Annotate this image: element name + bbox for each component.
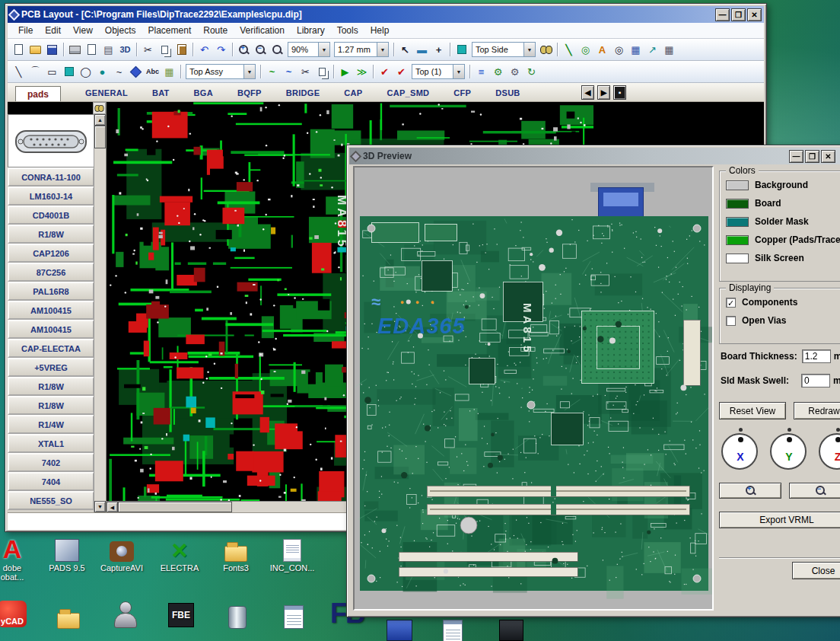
text-tool-button[interactable]: Abc: [145, 64, 161, 80]
tab-pads[interactable]: pads: [15, 86, 61, 101]
desktop-icon-fonts3[interactable]: Fonts3: [212, 533, 260, 572]
scroll-left-button[interactable]: ◀: [107, 502, 118, 512]
update-structure-button[interactable]: ⚙: [490, 64, 506, 80]
print-preview-button[interactable]: [84, 42, 100, 58]
side-combo[interactable]: Top Side▼: [472, 42, 536, 57]
view-3d-button[interactable]: 3D: [117, 42, 133, 58]
rect-tool-button[interactable]: ▭: [44, 64, 60, 80]
scroll-down-button[interactable]: ▼: [94, 501, 106, 512]
reset-view-button[interactable]: Reset View: [719, 402, 786, 419]
route-bus-button[interactable]: ~: [281, 64, 297, 80]
component-search-button[interactable]: [93, 102, 106, 114]
dial-knob[interactable]: [835, 437, 840, 442]
menu-edit[interactable]: Edit: [39, 24, 67, 37]
maximize-button[interactable]: ❐: [731, 8, 746, 21]
assembly-layer-combo[interactable]: Top Assy▼: [186, 64, 256, 79]
redo-button[interactable]: ↷: [213, 42, 229, 58]
unroute-button[interactable]: ✂: [298, 64, 313, 80]
filled-rect-tool-button[interactable]: [61, 64, 77, 80]
paste-button[interactable]: [173, 42, 189, 58]
highlight-net-button[interactable]: A: [594, 42, 610, 58]
sync-button[interactable]: ⚙: [507, 64, 523, 80]
refresh-button[interactable]: ↻: [523, 64, 539, 80]
title-bar[interactable]: 3D Preview — ❐ ✕: [349, 148, 840, 164]
tabs-menu-button[interactable]: ▪: [613, 85, 626, 100]
copy-button[interactable]: [157, 42, 173, 58]
tab-bga[interactable]: BGA: [194, 88, 213, 101]
desktop-icon-partial-2[interactable]: [443, 620, 466, 641]
maximize-button[interactable]: ❐: [805, 150, 819, 163]
component-item[interactable]: CAP1206: [8, 244, 94, 263]
preview-zoom-in-button[interactable]: +: [719, 483, 781, 499]
menu-library[interactable]: Library: [291, 24, 331, 37]
desktop-icon-partial-1[interactable]: [387, 620, 412, 641]
menu-tools[interactable]: Tools: [331, 24, 364, 37]
desktop-icon-inc-con[interactable]: INC_CON...: [268, 533, 317, 572]
menu-objects[interactable]: Objects: [99, 24, 142, 37]
component-item[interactable]: NE555_SO: [8, 491, 94, 510]
desktop-icon-spool[interactable]: [213, 600, 262, 630]
place-trace-button[interactable]: ╲: [561, 42, 577, 58]
place-via-button[interactable]: ◎: [578, 42, 593, 58]
zoom-in-button[interactable]: +: [236, 42, 252, 58]
components-checkbox[interactable]: ✓: [726, 298, 736, 308]
zoom-level-combo[interactable]: 90%▼: [288, 42, 330, 57]
desktop-icon-folder[interactable]: [44, 600, 93, 630]
zoom-window-button[interactable]: [269, 42, 285, 58]
filled-ellipse-tool-button[interactable]: ●: [94, 64, 110, 80]
arc-tool-button[interactable]: ⌒: [27, 64, 43, 80]
component-item[interactable]: CAP-ELECTAA: [8, 339, 94, 358]
tab-bat[interactable]: BAT: [152, 88, 170, 101]
pointer-tool-button[interactable]: ↖: [397, 42, 413, 58]
copper-color-swatch[interactable]: [726, 235, 749, 245]
drc-button[interactable]: ✔: [377, 64, 393, 80]
component-item[interactable]: R1/8W: [8, 225, 94, 244]
minimize-button[interactable]: —: [715, 8, 730, 21]
close-button[interactable]: ✕: [821, 150, 835, 163]
menu-view[interactable]: View: [67, 24, 99, 37]
open-button[interactable]: [27, 42, 43, 58]
scrollbar-thumb[interactable]: [94, 126, 106, 148]
tab-bridge[interactable]: BRIDGE: [286, 88, 320, 101]
rotate-y-dial[interactable]: Y: [769, 428, 809, 472]
zoom-out-button[interactable]: −: [253, 42, 269, 58]
menu-placement[interactable]: Placement: [142, 24, 198, 37]
open-vias-checkbox[interactable]: [726, 316, 736, 326]
snap-target-button[interactable]: ◎: [611, 42, 627, 58]
desktop-icon-adobe[interactable]: A dobe obat...: [0, 533, 37, 582]
verify-layout-button[interactable]: ✔: [393, 64, 409, 80]
scroll-up-button[interactable]: ▲: [94, 114, 106, 126]
tabs-scroll-right-button[interactable]: ▶: [597, 85, 610, 100]
menu-file[interactable]: File: [12, 24, 39, 37]
tabs-scroll-left-button[interactable]: ◀: [581, 85, 594, 100]
layer-combo[interactable]: Top (1)▼: [412, 64, 465, 79]
print-button[interactable]: [67, 42, 83, 58]
close-button[interactable]: ✕: [747, 8, 762, 21]
dial-knob[interactable]: [787, 437, 792, 442]
board-3d-canvas[interactable]: [355, 167, 712, 609]
tab-general[interactable]: GENERAL: [85, 88, 128, 101]
preview-zoom-out-button[interactable]: −: [789, 483, 840, 499]
route-trace-button[interactable]: ~: [264, 64, 280, 80]
component-item[interactable]: R1/8W: [8, 396, 94, 415]
component-item[interactable]: 87C256: [8, 263, 94, 282]
solder-mask-color-swatch[interactable]: [726, 217, 749, 227]
component-item[interactable]: LM160J-14: [8, 187, 94, 206]
origin-tool-button[interactable]: +: [431, 42, 447, 58]
desktop-icon-anycad[interactable]: yCAD: [0, 598, 37, 629]
menu-help[interactable]: Help: [364, 24, 396, 37]
ratlines-button[interactable]: ≫: [354, 64, 370, 80]
component-item[interactable]: R1/8W: [8, 377, 94, 396]
component-item[interactable]: 7402: [8, 453, 94, 472]
ellipse-tool-button[interactable]: ◯: [78, 64, 94, 80]
component-item[interactable]: PAL16R8: [8, 282, 94, 301]
titles-button[interactable]: ▤: [100, 42, 116, 58]
redraw-button[interactable]: Redraw: [794, 402, 840, 419]
pattern-button[interactable]: ▦: [628, 42, 644, 58]
dial-knob[interactable]: [738, 437, 743, 442]
component-item[interactable]: AM100415: [8, 320, 94, 339]
export-vrml-button[interactable]: Export VRML: [719, 512, 840, 528]
rotate-z-dial[interactable]: Z: [818, 428, 840, 472]
copy-route-button[interactable]: [314, 64, 330, 80]
background-color-swatch[interactable]: [726, 180, 749, 190]
